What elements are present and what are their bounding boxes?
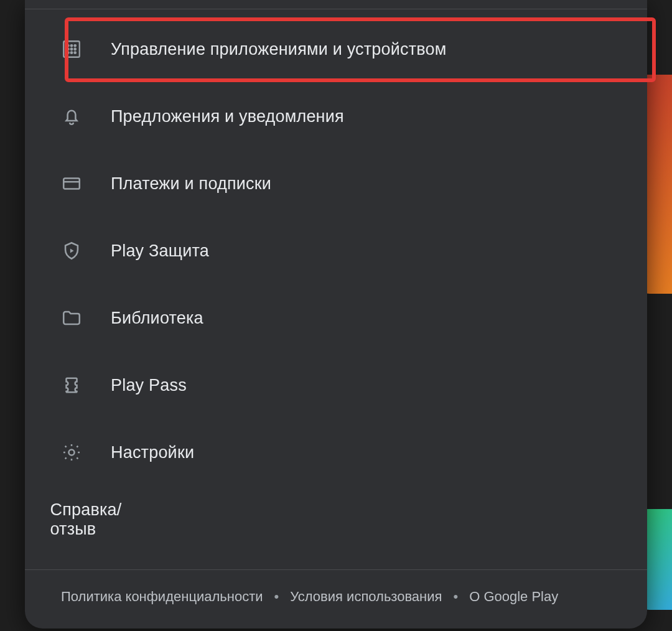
menu-item-label: Play Pass xyxy=(111,376,187,395)
menu-item-play-pass[interactable]: Play Pass xyxy=(25,352,647,419)
about-link[interactable]: О Google Play xyxy=(469,589,558,605)
svg-point-8 xyxy=(71,52,73,54)
menu-item-label: Настройки xyxy=(111,443,194,462)
footer-links: Политика конфиденциальности • Условия ис… xyxy=(25,570,647,629)
svg-point-5 xyxy=(71,49,73,50)
svg-rect-10 xyxy=(63,179,80,189)
gear-icon xyxy=(61,442,82,463)
menu-list: Управление приложениями и устройством Пр… xyxy=(25,9,647,569)
svg-point-7 xyxy=(67,52,69,54)
menu-item-play-protect[interactable]: Play Защита xyxy=(25,217,647,284)
help-icon: Справка/отзыв xyxy=(61,509,82,530)
bell-icon xyxy=(61,106,82,127)
menu-item-help[interactable]: Справка/отзыв xyxy=(25,486,647,553)
card-icon xyxy=(61,173,82,194)
menu-item-manage-apps[interactable]: Управление приложениями и устройством xyxy=(25,16,647,83)
menu-item-library[interactable]: Библиотека xyxy=(25,284,647,352)
svg-point-2 xyxy=(71,45,73,47)
terms-link[interactable]: Условия использования xyxy=(290,589,442,605)
ticket-icon xyxy=(61,375,82,396)
account-menu-sheet: Управление приложениями и устройством Пр… xyxy=(25,0,647,629)
menu-item-label: Справка/отзыв xyxy=(50,500,121,539)
shield-play-icon xyxy=(61,240,82,261)
privacy-policy-link[interactable]: Политика конфиденциальности xyxy=(61,589,263,605)
menu-item-label: Управление приложениями и устройством xyxy=(111,40,447,59)
svg-point-4 xyxy=(67,49,69,50)
footer-separator: • xyxy=(453,589,458,605)
folder-icon xyxy=(61,307,82,329)
menu-item-label: Play Защита xyxy=(111,241,209,261)
svg-point-1 xyxy=(67,45,69,47)
svg-point-3 xyxy=(74,45,76,47)
menu-item-offers[interactable]: Предложения и уведомления xyxy=(25,83,647,150)
menu-item-label: Платежи и подписки xyxy=(111,174,271,194)
apps-grid-icon xyxy=(61,39,82,60)
svg-point-12 xyxy=(68,449,74,455)
svg-point-6 xyxy=(74,49,76,50)
menu-item-payments[interactable]: Платежи и подписки xyxy=(25,150,647,217)
menu-item-label: Предложения и уведомления xyxy=(111,107,344,126)
menu-item-settings[interactable]: Настройки xyxy=(25,419,647,486)
footer-separator: • xyxy=(274,589,279,605)
svg-point-9 xyxy=(74,52,76,54)
menu-item-label: Библиотека xyxy=(111,309,203,328)
